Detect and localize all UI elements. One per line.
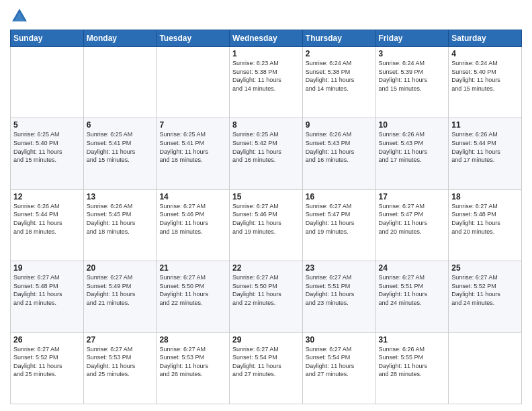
calendar-cell: 10Sunrise: 6:26 AMSunset: 5:43 PMDayligh… [375, 118, 449, 189]
logo-icon [10, 7, 29, 26]
calendar-cell: 4Sunrise: 6:24 AMSunset: 5:40 PMDaylight… [449, 47, 522, 118]
calendar-cell: 7Sunrise: 6:25 AMSunset: 5:41 PMDaylight… [157, 118, 230, 189]
day-info: Sunrise: 6:27 AMSunset: 5:47 PMDaylight:… [306, 202, 373, 236]
day-number: 25 [451, 263, 519, 273]
day-number: 14 [159, 192, 226, 201]
calendar-cell: 8Sunrise: 6:25 AMSunset: 5:42 PMDaylight… [230, 118, 303, 189]
day-info: Sunrise: 6:27 AMSunset: 5:53 PMDaylight:… [87, 345, 154, 379]
day-info: Sunrise: 6:27 AMSunset: 5:54 PMDaylight:… [306, 345, 373, 379]
week-row-1: 1Sunrise: 6:23 AMSunset: 5:38 PMDaylight… [11, 47, 522, 118]
week-row-3: 12Sunrise: 6:26 AMSunset: 5:44 PMDayligh… [11, 189, 522, 261]
day-number: 31 [379, 335, 446, 345]
logo [10, 7, 32, 26]
calendar-table: SundayMondayTuesdayWednesdayThursdayFrid… [10, 30, 522, 404]
calendar-cell [11, 47, 84, 118]
calendar-cell: 31Sunrise: 6:26 AMSunset: 5:55 PMDayligh… [375, 332, 449, 404]
day-info: Sunrise: 6:27 AMSunset: 5:49 PMDaylight:… [87, 273, 154, 307]
day-number: 4 [451, 49, 519, 58]
day-info: Sunrise: 6:27 AMSunset: 5:46 PMDaylight:… [232, 202, 300, 236]
day-info: Sunrise: 6:26 AMSunset: 5:43 PMDaylight:… [379, 130, 446, 164]
header [10, 7, 522, 26]
weekday-header-monday: Monday [83, 30, 157, 47]
calendar-cell: 9Sunrise: 6:26 AMSunset: 5:43 PMDaylight… [302, 118, 375, 189]
week-row-4: 19Sunrise: 6:27 AMSunset: 5:48 PMDayligh… [11, 261, 522, 332]
week-row-5: 26Sunrise: 6:27 AMSunset: 5:52 PMDayligh… [11, 332, 522, 404]
weekday-header-row: SundayMondayTuesdayWednesdayThursdayFrid… [11, 30, 522, 47]
day-info: Sunrise: 6:26 AMSunset: 5:44 PMDaylight:… [13, 202, 81, 236]
calendar-cell: 18Sunrise: 6:27 AMSunset: 5:48 PMDayligh… [449, 189, 522, 261]
day-number: 24 [379, 263, 446, 273]
calendar-cell [157, 47, 230, 118]
day-info: Sunrise: 6:27 AMSunset: 5:47 PMDaylight:… [379, 202, 446, 236]
calendar-cell: 19Sunrise: 6:27 AMSunset: 5:48 PMDayligh… [11, 261, 84, 332]
calendar-cell: 11Sunrise: 6:26 AMSunset: 5:44 PMDayligh… [449, 118, 522, 189]
day-info: Sunrise: 6:27 AMSunset: 5:51 PMDaylight:… [306, 273, 373, 307]
calendar-cell: 27Sunrise: 6:27 AMSunset: 5:53 PMDayligh… [83, 332, 157, 404]
day-info: Sunrise: 6:25 AMSunset: 5:41 PMDaylight:… [159, 130, 226, 164]
day-info: Sunrise: 6:26 AMSunset: 5:45 PMDaylight:… [87, 202, 154, 236]
weekday-header-friday: Friday [375, 30, 449, 47]
day-number: 1 [232, 49, 300, 58]
day-number: 3 [379, 49, 446, 58]
week-row-2: 5Sunrise: 6:25 AMSunset: 5:40 PMDaylight… [11, 118, 522, 189]
day-info: Sunrise: 6:25 AMSunset: 5:42 PMDaylight:… [232, 130, 300, 164]
day-info: Sunrise: 6:23 AMSunset: 5:38 PMDaylight:… [232, 59, 300, 93]
calendar-cell: 6Sunrise: 6:25 AMSunset: 5:41 PMDaylight… [83, 118, 157, 189]
calendar-cell: 30Sunrise: 6:27 AMSunset: 5:54 PMDayligh… [302, 332, 375, 404]
day-info: Sunrise: 6:26 AMSunset: 5:43 PMDaylight:… [306, 130, 373, 164]
calendar-cell: 5Sunrise: 6:25 AMSunset: 5:40 PMDaylight… [11, 118, 84, 189]
day-number: 27 [87, 335, 154, 345]
day-number: 9 [306, 120, 373, 130]
weekday-header-wednesday: Wednesday [230, 30, 303, 47]
day-info: Sunrise: 6:24 AMSunset: 5:38 PMDaylight:… [306, 59, 373, 93]
calendar-cell: 17Sunrise: 6:27 AMSunset: 5:47 PMDayligh… [375, 189, 449, 261]
calendar-cell: 13Sunrise: 6:26 AMSunset: 5:45 PMDayligh… [83, 189, 157, 261]
day-info: Sunrise: 6:26 AMSunset: 5:55 PMDaylight:… [379, 345, 446, 379]
day-number: 12 [13, 192, 81, 201]
day-info: Sunrise: 6:26 AMSunset: 5:44 PMDaylight:… [451, 130, 519, 164]
day-info: Sunrise: 6:27 AMSunset: 5:50 PMDaylight:… [159, 273, 226, 307]
day-number: 13 [87, 192, 154, 201]
calendar-cell: 22Sunrise: 6:27 AMSunset: 5:50 PMDayligh… [230, 261, 303, 332]
calendar-cell: 25Sunrise: 6:27 AMSunset: 5:52 PMDayligh… [449, 261, 522, 332]
day-number: 15 [232, 192, 300, 201]
day-info: Sunrise: 6:27 AMSunset: 5:52 PMDaylight:… [451, 273, 519, 307]
day-number: 7 [159, 120, 226, 130]
page: SundayMondayTuesdayWednesdayThursdayFrid… [0, 0, 532, 411]
day-info: Sunrise: 6:27 AMSunset: 5:46 PMDaylight:… [159, 202, 226, 236]
day-info: Sunrise: 6:27 AMSunset: 5:51 PMDaylight:… [379, 273, 446, 307]
calendar-cell: 24Sunrise: 6:27 AMSunset: 5:51 PMDayligh… [375, 261, 449, 332]
calendar-cell: 16Sunrise: 6:27 AMSunset: 5:47 PMDayligh… [302, 189, 375, 261]
day-info: Sunrise: 6:27 AMSunset: 5:50 PMDaylight:… [232, 273, 300, 307]
calendar-cell [83, 47, 157, 118]
calendar-cell: 14Sunrise: 6:27 AMSunset: 5:46 PMDayligh… [157, 189, 230, 261]
day-info: Sunrise: 6:27 AMSunset: 5:54 PMDaylight:… [232, 345, 300, 379]
calendar-cell: 28Sunrise: 6:27 AMSunset: 5:53 PMDayligh… [157, 332, 230, 404]
day-number: 21 [159, 263, 226, 273]
calendar-cell: 21Sunrise: 6:27 AMSunset: 5:50 PMDayligh… [157, 261, 230, 332]
day-number: 19 [13, 263, 81, 273]
day-number: 10 [379, 120, 446, 130]
weekday-header-thursday: Thursday [302, 30, 375, 47]
day-number: 16 [306, 192, 373, 201]
day-info: Sunrise: 6:25 AMSunset: 5:41 PMDaylight:… [87, 130, 154, 164]
day-info: Sunrise: 6:24 AMSunset: 5:39 PMDaylight:… [379, 59, 446, 93]
calendar-cell: 12Sunrise: 6:26 AMSunset: 5:44 PMDayligh… [11, 189, 84, 261]
day-number: 5 [13, 120, 81, 130]
day-number: 11 [451, 120, 519, 130]
day-info: Sunrise: 6:25 AMSunset: 5:40 PMDaylight:… [13, 130, 81, 164]
day-number: 6 [87, 120, 154, 130]
day-number: 22 [232, 263, 300, 273]
day-info: Sunrise: 6:27 AMSunset: 5:48 PMDaylight:… [451, 202, 519, 236]
day-number: 26 [13, 335, 81, 345]
calendar-cell: 20Sunrise: 6:27 AMSunset: 5:49 PMDayligh… [83, 261, 157, 332]
weekday-header-saturday: Saturday [449, 30, 522, 47]
day-number: 29 [232, 335, 300, 345]
calendar-cell: 1Sunrise: 6:23 AMSunset: 5:38 PMDaylight… [230, 47, 303, 118]
calendar-cell: 3Sunrise: 6:24 AMSunset: 5:39 PMDaylight… [375, 47, 449, 118]
day-info: Sunrise: 6:27 AMSunset: 5:48 PMDaylight:… [13, 273, 81, 307]
calendar-cell: 15Sunrise: 6:27 AMSunset: 5:46 PMDayligh… [230, 189, 303, 261]
day-number: 18 [451, 192, 519, 201]
calendar-cell: 29Sunrise: 6:27 AMSunset: 5:54 PMDayligh… [230, 332, 303, 404]
day-number: 17 [379, 192, 446, 201]
